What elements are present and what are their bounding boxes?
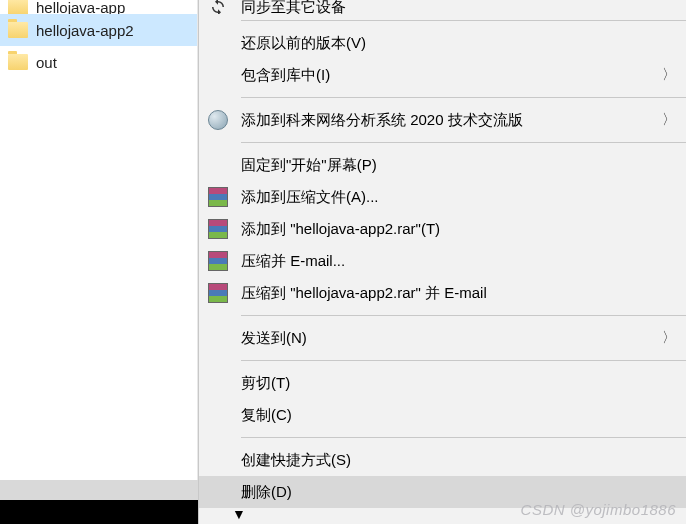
explorer-bottom-bar: [0, 500, 198, 524]
chevron-right-icon: 〉: [662, 66, 676, 84]
colasoft-icon: [207, 109, 229, 131]
explorer-pane: hellojava-app hellojava-app2 out: [0, 0, 198, 524]
menu-label: 压缩到 "hellojava-app2.rar" 并 E-mail: [241, 284, 487, 303]
rar-icon: [207, 218, 229, 240]
folder-icon: [8, 0, 28, 14]
rar-icon: [207, 186, 229, 208]
menu-label: 包含到库中(I): [241, 66, 330, 85]
folder-label: hellojava-app2: [36, 22, 134, 39]
menu-rar-email[interactable]: 压缩并 E-mail...: [199, 245, 686, 277]
menu-separator: [241, 437, 686, 438]
menu-label: 压缩并 E-mail...: [241, 252, 345, 271]
menu-sendto[interactable]: 发送到(N) 〉: [199, 322, 686, 354]
menu-separator: [241, 20, 686, 21]
menu-label: 添加到科来网络分析系统 2020 技术交流版: [241, 111, 523, 130]
chevron-right-icon: 〉: [662, 111, 676, 129]
menu-label: 固定到"开始"屏幕(P): [241, 156, 377, 175]
context-menu: 同步至其它设备 还原以前的版本(V) 包含到库中(I) 〉 添加到科来网络分析系…: [198, 0, 686, 524]
menu-label: 创建快捷方式(S): [241, 451, 351, 470]
folder-label: hellojava-app: [36, 0, 125, 14]
chevron-right-icon: 〉: [662, 329, 676, 347]
menu-pin-start[interactable]: 固定到"开始"屏幕(P): [199, 149, 686, 181]
menu-create-shortcut[interactable]: 创建快捷方式(S): [199, 444, 686, 476]
explorer-scroll-area: [0, 480, 198, 500]
folder-row[interactable]: hellojava-app: [0, 0, 197, 14]
menu-restore[interactable]: 还原以前的版本(V): [199, 27, 686, 59]
menu-copy[interactable]: 复制(C): [199, 399, 686, 431]
menu-label: 添加到压缩文件(A)...: [241, 188, 379, 207]
menu-label: 删除(D): [241, 483, 292, 502]
menu-separator: [241, 360, 686, 361]
menu-label: 同步至其它设备: [241, 0, 346, 14]
menu-cut[interactable]: 剪切(T): [199, 367, 686, 399]
menu-label: 剪切(T): [241, 374, 290, 393]
folder-row[interactable]: out: [0, 46, 197, 78]
folder-icon: [8, 54, 28, 70]
menu-label: 复制(C): [241, 406, 292, 425]
watermark: CSDN @yojimbo1886: [521, 501, 676, 518]
menu-rar-add[interactable]: 添加到压缩文件(A)...: [199, 181, 686, 213]
menu-sync[interactable]: 同步至其它设备: [199, 0, 686, 14]
scroll-down-icon[interactable]: ▼: [232, 506, 246, 522]
sync-icon: [207, 0, 229, 14]
menu-label: 还原以前的版本(V): [241, 34, 366, 53]
rar-icon: [207, 250, 229, 272]
folder-icon: [8, 22, 28, 38]
menu-include-library[interactable]: 包含到库中(I) 〉: [199, 59, 686, 91]
menu-separator: [241, 97, 686, 98]
menu-separator: [241, 142, 686, 143]
folder-label: out: [36, 54, 57, 71]
menu-rar-emailname[interactable]: 压缩到 "hellojava-app2.rar" 并 E-mail: [199, 277, 686, 309]
menu-separator: [241, 315, 686, 316]
menu-rar-addname[interactable]: 添加到 "hellojava-app2.rar"(T): [199, 213, 686, 245]
folder-row-selected[interactable]: hellojava-app2: [0, 14, 197, 46]
menu-label: 发送到(N): [241, 329, 307, 348]
menu-label: 添加到 "hellojava-app2.rar"(T): [241, 220, 440, 239]
menu-colasoft[interactable]: 添加到科来网络分析系统 2020 技术交流版 〉: [199, 104, 686, 136]
rar-icon: [207, 282, 229, 304]
